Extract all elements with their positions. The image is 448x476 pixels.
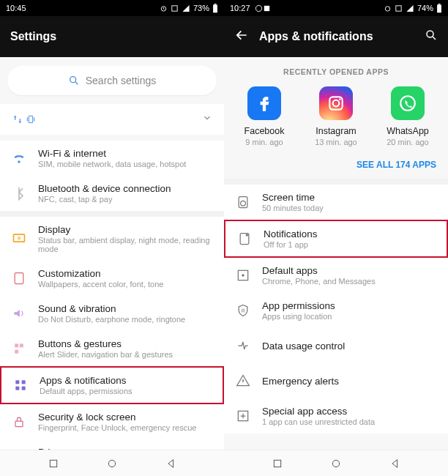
back-button[interactable]: [234, 28, 249, 45]
search-button[interactable]: [425, 29, 438, 45]
quick-toggle-row[interactable]: [0, 104, 224, 135]
svg-rect-22: [396, 5, 401, 10]
data-icon: [234, 337, 252, 354]
svg-rect-12: [15, 380, 19, 384]
svg-rect-5: [29, 116, 32, 122]
item-sub: Status bar, ambient display, night mode,…: [38, 236, 214, 253]
item-label: Bluetooth & device connection: [38, 183, 214, 194]
battery-pct: 73%: [193, 4, 209, 12]
settings-item-gesture[interactable]: Buttons & gestures Alert Slider, navigat…: [0, 331, 224, 366]
lock-icon: [10, 413, 28, 431]
phone-right: 10:27 74% Apps & notifications RECENTLY …: [224, 0, 448, 476]
special-icon: [234, 407, 252, 425]
item-label: Sound & vibration: [38, 303, 214, 314]
settings-item-display[interactable]: Display Status bar, ambient display, nig…: [0, 217, 224, 261]
item-label: Notifications: [264, 228, 436, 239]
settings-item-lock[interactable]: Security & lock screen Fingerprint, Face…: [0, 404, 224, 439]
page-title: Apps & notifications: [259, 30, 373, 43]
section-title: RECENTLY OPENED APPS: [224, 57, 448, 83]
see-all-apps-link[interactable]: SEE ALL 174 APPS: [224, 154, 448, 179]
header: Settings: [0, 16, 224, 57]
svg-rect-24: [438, 4, 441, 4]
status-icons: 73%: [160, 4, 218, 13]
nfc-icon: [171, 4, 179, 12]
settings-item-bluetooth[interactable]: Bluetooth & device connection NFC, cast,…: [0, 176, 224, 211]
nav-home-icon[interactable]: [106, 458, 118, 469]
item-label: Buttons & gestures: [38, 338, 214, 349]
settings-item-shield[interactable]: Privacy Permissions, personal data: [0, 439, 224, 450]
recent-apps-row: Facebook 9 min. agoInstagram 13 min. ago…: [224, 83, 448, 154]
wifi-icon: [10, 149, 28, 167]
navbar: [0, 450, 224, 476]
item-label: Security & lock screen: [38, 412, 214, 423]
svg-rect-14: [15, 387, 19, 390]
settings-item-apps[interactable]: Apps & notifications Default apps, permi…: [0, 366, 224, 404]
app-sub: 9 min. ago: [245, 138, 283, 146]
apps-item-data[interactable]: Data usage control: [224, 328, 448, 363]
svg-point-39: [332, 460, 339, 466]
whatsapp-status-icon: [255, 4, 263, 12]
svg-point-28: [339, 98, 341, 100]
svg-point-33: [246, 234, 248, 236]
item-sub: Alert Slider, navigation bar & gestures: [38, 350, 214, 359]
item-sub: Wallpapers, accent color, font, tone: [38, 280, 214, 289]
settings-item-wifi[interactable]: Wi-Fi & internet SIM, mobile network, da…: [0, 141, 224, 176]
status-icons: 74%: [384, 4, 442, 13]
item-label: Display: [38, 224, 214, 235]
svg-point-7: [18, 237, 21, 240]
svg-point-19: [255, 5, 261, 11]
apps-icon: [12, 376, 29, 394]
content: Search settings Wi-Fi & internet SIM, mo…: [0, 57, 224, 450]
signal-icon: [182, 4, 190, 12]
settings-list: Wi-Fi & internet SIM, mobile network, da…: [0, 141, 224, 450]
quick-toggle-icons: [12, 114, 37, 125]
apps-item-bell[interactable]: Notifications Off for 1 app: [224, 220, 448, 258]
nav-recent-icon[interactable]: [48, 458, 59, 469]
battery-pct: 74%: [417, 4, 433, 12]
settings-item-palette[interactable]: Customization Wallpapers, accent color, …: [0, 261, 224, 296]
svg-rect-9: [15, 343, 18, 347]
svg-rect-2: [213, 4, 217, 12]
display-icon: [10, 230, 28, 248]
svg-rect-20: [264, 5, 269, 10]
item-sub: Fingerprint, Face Unlock, emergency resc…: [38, 423, 214, 432]
settings-item-sound[interactable]: Sound & vibration Do Not Disturb, earpho…: [0, 296, 224, 331]
item-sub: Do Not Disturb, earphone mode, ringtone: [38, 315, 214, 324]
svg-rect-11: [15, 350, 18, 354]
image-status-icon: [263, 4, 271, 12]
item-sub: 50 minutes today: [262, 204, 438, 212]
svg-point-35: [242, 274, 244, 276]
nav-back-icon[interactable]: [389, 458, 401, 469]
svg-point-29: [400, 96, 415, 111]
apps-settings-list: Screen time 50 minutes today Notificatio…: [224, 185, 448, 434]
apps-item-star[interactable]: Default apps Chrome, Phone, and Messages: [224, 258, 448, 293]
apps-item-alert[interactable]: Emergency alerts: [224, 363, 448, 398]
alert-icon: [234, 372, 252, 390]
status-time: 10:45: [6, 4, 26, 12]
item-label: Default apps: [262, 265, 438, 276]
item-sub: SIM, mobile network, data usage, hotspot: [38, 160, 214, 168]
svg-rect-8: [15, 273, 23, 284]
item-sub: 1 app can use unrestricted data: [262, 417, 438, 426]
header: Apps & notifications: [224, 16, 448, 57]
nav-home-icon[interactable]: [330, 458, 342, 469]
apps-item-clock[interactable]: Screen time 50 minutes today: [224, 185, 448, 220]
svg-rect-36: [242, 309, 245, 313]
star-icon: [234, 267, 252, 284]
nav-back-icon[interactable]: [165, 458, 177, 469]
svg-point-18: [108, 460, 115, 466]
svg-point-21: [385, 6, 389, 10]
recent-app-wa[interactable]: WhatsApp 20 min. ago: [375, 86, 441, 146]
app-name: WhatsApp: [387, 126, 429, 136]
recent-app-fb[interactable]: Facebook 9 min. ago: [231, 86, 297, 146]
search-input[interactable]: Search settings: [7, 66, 217, 95]
apps-item-special[interactable]: Special app access 1 app can use unrestr…: [224, 398, 448, 434]
item-label: Emergency alerts: [262, 376, 438, 387]
nav-recent-icon[interactable]: [272, 458, 283, 469]
item-sub: Off for 1 app: [264, 240, 436, 249]
svg-rect-15: [22, 387, 26, 390]
apps-item-perm[interactable]: App permissions Apps using location: [224, 293, 448, 328]
recent-app-ig[interactable]: Instagram 13 min. ago: [303, 86, 369, 146]
item-label: Apps & notifications: [40, 375, 212, 386]
battery-icon: [212, 4, 218, 13]
